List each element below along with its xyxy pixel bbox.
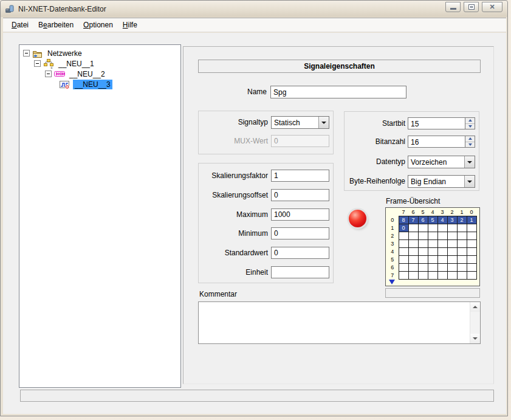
frame-grid-cell[interactable]	[418, 263, 428, 271]
tree-expander-neu1[interactable]	[34, 60, 41, 67]
frame-grid-cell[interactable]	[447, 263, 457, 271]
datentyp-dropdown-button[interactable]	[464, 156, 475, 168]
scroll-up-button[interactable]	[470, 302, 480, 312]
tree-item-neu2[interactable]: __NEU__2	[67, 69, 107, 79]
menu-datei[interactable]: Datei	[7, 19, 33, 31]
kommentar-scrollbar[interactable]	[470, 302, 480, 343]
bitanzahl-decrement-button[interactable]	[465, 142, 475, 148]
frame-grid-cell[interactable]	[418, 247, 428, 255]
minimize-button[interactable]	[445, 2, 461, 12]
frame-grid-cell[interactable]	[467, 247, 476, 255]
frame-grid-cell[interactable]	[447, 239, 457, 247]
frame-grid-cell[interactable]	[399, 271, 408, 279]
startbit-decrement-button[interactable]	[465, 124, 475, 129]
frame-grid-cell[interactable]	[437, 263, 447, 271]
frame-grid-cell[interactable]	[399, 263, 408, 271]
frame-grid-cell[interactable]	[418, 255, 428, 263]
skalierungsoffset-input[interactable]	[271, 189, 329, 201]
frame-grid-cell[interactable]	[418, 239, 428, 247]
menu-optionen[interactable]: Optionen	[78, 19, 118, 31]
frame-grid-cell[interactable]	[467, 232, 476, 239]
frame-grid-cell[interactable]	[428, 232, 437, 239]
skalierungsfaktor-input[interactable]	[271, 170, 329, 182]
frame-grid-cell[interactable]: 7	[408, 216, 418, 224]
frame-grid-cell[interactable]	[467, 239, 476, 247]
standardwert-input[interactable]	[271, 247, 329, 259]
signaltyp-dropdown-button[interactable]	[318, 117, 329, 128]
frame-grid-cell[interactable]	[408, 247, 418, 255]
einheit-input[interactable]	[271, 266, 329, 278]
signaltyp-dropdown[interactable]: Statisch	[271, 116, 329, 129]
frame-grid-cell[interactable]	[457, 247, 467, 255]
frame-grid-cell[interactable]	[408, 239, 418, 247]
frame-grid-cell[interactable]	[437, 247, 447, 255]
menu-hilfe[interactable]: Hilfe	[118, 19, 142, 31]
bitanzahl-increment-button[interactable]	[465, 136, 475, 142]
frame-grid-cell[interactable]	[418, 232, 428, 239]
frame-grid-cell[interactable]	[399, 247, 408, 255]
startbit-increment-button[interactable]	[465, 118, 475, 124]
frame-grid-cell[interactable]	[408, 232, 418, 239]
frame-grid-cell[interactable]	[437, 271, 447, 279]
maximum-input[interactable]	[271, 208, 329, 221]
frame-grid-cell[interactable]	[428, 271, 437, 279]
frame-grid-cell[interactable]	[457, 263, 467, 271]
frame-grid-cell[interactable]	[447, 224, 457, 232]
scroll-down-button[interactable]	[470, 334, 480, 343]
frame-grid-cell[interactable]	[437, 224, 447, 232]
frame-grid-cell[interactable]	[457, 255, 467, 263]
frame-grid-cell[interactable]	[467, 263, 476, 271]
bitanzahl-spinner[interactable]: 16	[408, 136, 475, 148]
frame-grid-cell[interactable]: 5	[428, 216, 437, 224]
frame-grid-cell[interactable]	[428, 224, 437, 232]
frame-grid-cell[interactable]: 6	[418, 216, 428, 224]
byteorder-dropdown[interactable]: Big Endian	[408, 175, 475, 188]
frame-grid-cell[interactable]	[428, 239, 437, 247]
tree-expander-neu2[interactable]	[45, 71, 52, 77]
frame-grid-cell[interactable]	[467, 255, 476, 263]
frame-grid-cell[interactable]	[408, 263, 418, 271]
restore-button[interactable]	[464, 2, 479, 12]
startbit-spinner[interactable]: 15	[408, 117, 475, 129]
frame-grid-cell[interactable]	[418, 271, 428, 279]
frame-grid-cell[interactable]	[457, 271, 467, 279]
frame-grid-cell[interactable]	[408, 224, 418, 232]
frame-grid-cell[interactable]	[399, 232, 408, 239]
frame-grid-cell[interactable]	[408, 255, 418, 263]
frame-grid-cell[interactable]	[408, 271, 418, 279]
frame-grid-cell[interactable]: 8	[399, 216, 408, 224]
kommentar-input[interactable]	[200, 303, 468, 342]
frame-grid-cell[interactable]	[428, 263, 437, 271]
tree-item-neu1[interactable]: __NEU__1	[57, 59, 96, 69]
frame-grid-cell[interactable]	[437, 255, 447, 263]
frame-grid-cell[interactable]: 4	[437, 216, 447, 224]
close-button[interactable]: ✕	[482, 2, 502, 12]
frame-grid-cell[interactable]	[428, 247, 437, 255]
frame-grid-cell[interactable]	[428, 255, 437, 263]
tree-expander-netzwerke[interactable]	[23, 50, 30, 57]
frame-grid-cell[interactable]	[467, 224, 476, 232]
frame-grid-cell[interactable]	[437, 232, 447, 239]
frame-grid-cell[interactable]	[399, 239, 408, 247]
frame-grid-cell[interactable]	[447, 255, 457, 263]
frame-grid-cell[interactable]	[447, 271, 457, 279]
minimum-input[interactable]	[271, 227, 329, 239]
frame-grid-cell[interactable]	[399, 255, 408, 263]
frame-grid-cell[interactable]	[457, 224, 467, 232]
frame-grid-cell[interactable]	[447, 247, 457, 255]
tree-item-neu3[interactable]: __NEU__3	[73, 80, 112, 89]
frame-grid-cell[interactable]	[437, 239, 447, 247]
frame-grid-cell[interactable]	[457, 232, 467, 239]
frame-grid-cell[interactable]	[418, 224, 428, 232]
frame-grid-cell[interactable]	[447, 232, 457, 239]
byteorder-dropdown-button[interactable]	[464, 176, 475, 187]
frame-grid-cell[interactable]	[467, 271, 476, 279]
menu-bearbeiten[interactable]: Bearbeiten	[33, 19, 78, 31]
datentyp-dropdown[interactable]: Vorzeichen	[408, 156, 475, 168]
frame-grid-cell[interactable]	[457, 239, 467, 247]
frame-grid-cell[interactable]: 3	[447, 216, 457, 224]
frame-grid-cell[interactable]: 0	[399, 224, 408, 232]
frame-grid-cell[interactable]: 2	[457, 216, 467, 224]
frame-grid-cell[interactable]: 1	[467, 216, 476, 224]
tree-item-netzwerke[interactable]: Netzwerke	[46, 49, 84, 58]
